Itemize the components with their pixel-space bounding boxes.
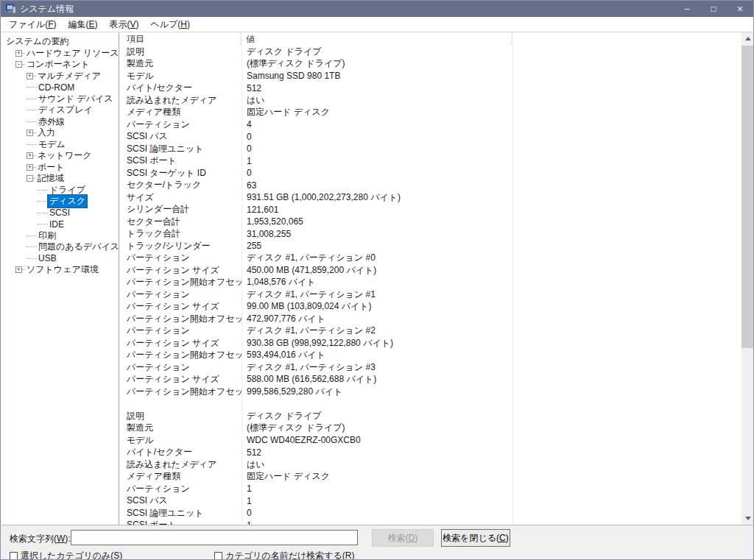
table-row[interactable]: パーティション開始オフセット1,048,576 バイト xyxy=(119,277,741,289)
tree-item[interactable]: +ハードウェア リソース xyxy=(1,48,119,60)
tree-item-label[interactable]: USB xyxy=(37,253,58,263)
tree-item[interactable]: SCSI xyxy=(1,208,119,219)
expand-icon[interactable]: + xyxy=(27,164,33,171)
tree-item-label[interactable]: 印刷 xyxy=(37,230,57,242)
close-search-button[interactable]: 検索を閉じる(C) xyxy=(441,529,510,547)
table-row[interactable]: トラック合計31,008,255 xyxy=(119,228,741,241)
table-row[interactable]: パーティションディスク #1, パーティション #2 xyxy=(119,325,741,338)
tree-item-label[interactable]: 赤外線 xyxy=(37,116,66,128)
table-row[interactable]: パーティション サイズ588.00 MB (616,562,688 バイト) xyxy=(119,374,741,386)
menu-item-2[interactable]: 表示(V) xyxy=(103,17,144,32)
column-header-item[interactable]: 項目 xyxy=(119,32,242,46)
tree-item-label[interactable]: 問題のあるデバイス xyxy=(37,241,119,253)
tree-item-label[interactable]: 入力 xyxy=(36,127,57,139)
tree-item[interactable]: 問題のあるデバイス xyxy=(1,241,119,253)
column-header-value[interactable]: 値 xyxy=(242,32,512,46)
tree-item[interactable]: ディスプレイ xyxy=(1,104,119,116)
menu-item-3[interactable]: ヘルプ(H) xyxy=(145,17,197,32)
tree-item[interactable]: ドライブ xyxy=(1,185,119,196)
tree-item-label[interactable]: IDE xyxy=(48,219,66,230)
table-row[interactable]: SCSI ターゲット ID0 xyxy=(119,167,741,180)
tree-item-label[interactable]: ハードウェア リソース xyxy=(25,47,119,60)
table-row[interactable]: メディア種類固定ハード ディスク xyxy=(119,107,741,119)
table-row[interactable]: サイズ931.51 GB (1,000,202,273,280 バイト) xyxy=(119,191,741,204)
tree-item-label[interactable]: CD-ROM xyxy=(37,82,76,93)
tree-item[interactable]: +ソフトウェア環境 xyxy=(1,264,119,276)
table-row[interactable]: 読み込まれたメディアはい xyxy=(119,458,741,471)
tree-item[interactable]: IDE xyxy=(1,219,119,230)
table-row[interactable]: パーティション サイズ99.00 MB (103,809,024 バイト) xyxy=(119,301,741,313)
minimize-button[interactable]: – xyxy=(674,1,700,17)
tree-item[interactable]: CD-ROM xyxy=(1,82,119,93)
vertical-scrollbar[interactable] xyxy=(741,32,754,525)
table-row[interactable]: トラック/シリンダー255 xyxy=(119,240,741,252)
tree-item[interactable]: サウンド デバイス xyxy=(1,93,119,105)
table-row[interactable]: パーティションディスク #1, パーティション #3 xyxy=(119,361,741,374)
expand-icon[interactable]: + xyxy=(15,50,22,57)
table-row[interactable]: セクター/トラック63 xyxy=(119,180,741,192)
table-row[interactable]: パーティション開始オフセット999,586,529,280 バイト xyxy=(119,386,741,398)
tree-item[interactable]: 赤外線 xyxy=(1,116,119,128)
tree-item[interactable]: -コンポーネント xyxy=(1,59,119,71)
table-row[interactable]: 説明ディスク ドライブ xyxy=(119,46,741,58)
tree-item-label[interactable]: コンポーネント xyxy=(25,58,91,71)
table-row[interactable]: SCSI バス1 xyxy=(119,495,741,508)
tree-item[interactable]: +ポート xyxy=(1,162,119,174)
expand-icon[interactable]: + xyxy=(27,130,33,136)
tree-item-label[interactable]: モデム xyxy=(37,138,67,151)
expand-icon[interactable]: + xyxy=(15,266,22,273)
checkbox-icon[interactable] xyxy=(10,552,18,560)
table-row[interactable]: SCSI ポート1 xyxy=(119,155,741,168)
search-input[interactable] xyxy=(71,530,358,545)
scrollbar-thumb[interactable] xyxy=(741,46,754,348)
tree-item-label[interactable]: サウンド デバイス xyxy=(37,93,115,105)
table-row[interactable]: SCSI バス0 xyxy=(119,131,741,143)
maximize-button[interactable]: □ xyxy=(700,1,727,17)
tree-item-label[interactable]: ネットワーク xyxy=(36,149,93,162)
expand-icon[interactable]: + xyxy=(27,73,33,79)
table-row[interactable]: パーティション開始オフセット593,494,016 バイト xyxy=(119,350,741,362)
tree-item-label[interactable]: ソフトウェア環境 xyxy=(25,263,100,276)
close-button[interactable]: × xyxy=(727,1,753,17)
table-row[interactable]: バイト/セクター512 xyxy=(119,447,741,459)
menu-item-0[interactable]: ファイル(F) xyxy=(3,17,62,32)
table-row[interactable]: 説明ディスク ドライブ xyxy=(119,410,741,422)
table-row[interactable]: パーティション4 xyxy=(119,118,741,131)
tree-item[interactable]: -記憶域 xyxy=(1,173,119,185)
tree-item[interactable]: +ネットワーク xyxy=(1,150,119,162)
table-row[interactable]: 製造元(標準ディスク ドライブ) xyxy=(119,58,741,71)
table-row[interactable]: シリンダー合計121,601 xyxy=(119,204,741,216)
tree-item-label[interactable]: システムの要約 xyxy=(4,35,70,48)
tree-item-label[interactable]: ポート xyxy=(36,161,66,174)
tree-item[interactable]: ディスク xyxy=(1,196,119,208)
table-row[interactable]: パーティション開始オフセット472,907,776 バイト xyxy=(119,313,741,325)
collapse-icon[interactable]: - xyxy=(15,61,22,68)
tree-item-label[interactable]: SCSI xyxy=(48,208,71,218)
table-row[interactable]: パーティション1 xyxy=(119,483,741,495)
expand-icon[interactable]: + xyxy=(27,152,33,159)
tree-item[interactable]: +マルチメディア xyxy=(1,71,119,82)
tree-item-label[interactable]: 記憶域 xyxy=(36,172,66,185)
tree-item-label[interactable]: ディスプレイ xyxy=(37,104,94,116)
collapse-icon[interactable]: - xyxy=(27,175,33,182)
scroll-down-button[interactable] xyxy=(741,512,754,525)
table-row[interactable]: セクター合計1,953,520,065 xyxy=(119,216,741,228)
tree-item-label[interactable]: マルチメディア xyxy=(36,70,102,82)
tree-item[interactable]: USB xyxy=(1,253,119,265)
table-row[interactable]: SCSI 論理ユニット0 xyxy=(119,143,741,155)
tree-item-label[interactable]: ドライブ xyxy=(48,184,87,196)
table-row[interactable]: SCSI 論理ユニット0 xyxy=(119,507,741,520)
checkbox-icon[interactable] xyxy=(214,552,222,560)
tree-item-label[interactable]: ディスク xyxy=(48,195,87,208)
table-row[interactable] xyxy=(119,398,741,411)
table-row[interactable]: 読み込まれたメディアはい xyxy=(119,94,741,107)
table-row[interactable]: 製造元(標準ディスク ドライブ) xyxy=(119,422,741,435)
table-row[interactable]: パーティションディスク #1, パーティション #0 xyxy=(119,252,741,265)
table-row[interactable]: パーティションディスク #1, パーティション #1 xyxy=(119,288,741,301)
tree-item[interactable]: 印刷 xyxy=(1,230,119,242)
menu-item-1[interactable]: 編集(E) xyxy=(62,17,103,32)
table-row[interactable]: パーティション サイズ930.38 GB (998,992,122,880 バイ… xyxy=(119,337,741,350)
search-button[interactable]: 検索(D) xyxy=(372,529,434,547)
table-row[interactable]: メディア種類固定ハード ディスク xyxy=(119,471,741,483)
table-row[interactable]: モデルSamsung SSD 980 1TB xyxy=(119,70,741,82)
